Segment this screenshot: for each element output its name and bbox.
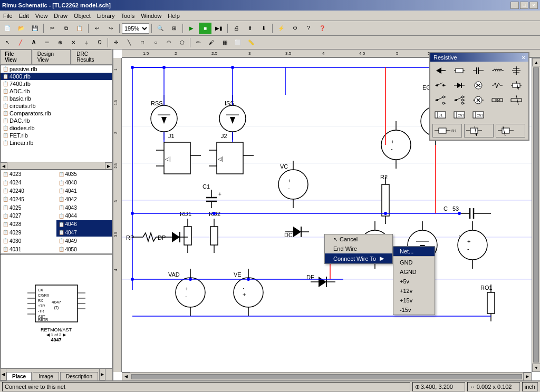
comp-4029[interactable]: 📋 4029 <box>1 229 56 237</box>
tree-item[interactable]: 📋 passive.rlb <box>1 65 112 73</box>
arc-button[interactable]: ◠ <box>162 37 175 48</box>
sub-gnd[interactable]: GND <box>393 258 435 267</box>
zoom-fit-button[interactable]: ⊞ <box>168 23 180 34</box>
comp-4040[interactable]: 📋 4040 <box>56 179 112 187</box>
circle-button[interactable]: ○ <box>149 37 162 48</box>
menu-help[interactable]: Help <box>165 11 183 21</box>
tree-item-4000[interactable]: 📋 4000.rlb <box>1 73 112 80</box>
res-cell-zigzag[interactable] <box>489 79 505 92</box>
comp-4024[interactable]: 📋 4024 <box>1 179 56 187</box>
zoom-in-button[interactable]: 🔍 <box>154 23 167 34</box>
zoom-select[interactable]: 195% 100% 150% 200% <box>122 23 149 34</box>
res-cell-switch[interactable] <box>432 79 448 92</box>
save-button[interactable]: 💾 <box>28 23 41 34</box>
tab-scroll-right[interactable]: ▶ <box>99 368 105 380</box>
cursor-button[interactable]: ✛ <box>110 37 122 48</box>
ctx-cancel[interactable]: ↖ Cancel <box>325 234 392 244</box>
pencil-button[interactable]: ✏ <box>192 37 205 48</box>
power-button[interactable]: ⏚ <box>80 37 93 48</box>
tab-drc-results[interactable]: DRC Results <box>72 50 111 64</box>
tree-item-adc[interactable]: 📋 ADC.rlb <box>1 87 112 95</box>
res-cell-cn1[interactable]: CN1 <box>451 108 467 122</box>
res-cell-cap[interactable] <box>470 64 486 77</box>
menu-draw[interactable]: Draw <box>51 11 71 21</box>
line-button[interactable]: ╲ <box>123 37 136 48</box>
tab-scroll-left[interactable]: ◀ <box>0 368 6 380</box>
restore-button[interactable]: □ <box>520 2 528 9</box>
comp-40245[interactable]: 📋 40245 <box>1 195 56 203</box>
rect-button[interactable]: □ <box>136 37 149 48</box>
new-button[interactable]: 📄 <box>1 23 14 34</box>
resistive-close-button[interactable]: × <box>522 54 525 61</box>
ctx-connect-wire[interactable]: Connect Wire To ▶ <box>325 253 392 263</box>
tree-item-comparators[interactable]: 📋 Comparators.rlb <box>1 110 112 117</box>
sub-agnd[interactable]: AGND <box>393 267 435 277</box>
comp-4027[interactable]: 📋 4027 <box>1 212 56 220</box>
sub-plus5v[interactable]: +5v <box>393 277 435 286</box>
tree-item-dac[interactable]: 📋 DAC.rlb <box>1 117 112 124</box>
scroll-thumb-h[interactable] <box>131 374 522 379</box>
export-button[interactable]: ⬆ <box>244 23 256 34</box>
res-cell-resistor[interactable] <box>451 64 467 77</box>
noconn-button[interactable]: ✕ <box>67 37 80 48</box>
cut-button[interactable]: ✂ <box>46 23 59 34</box>
tree-item-circuits[interactable]: 📋 circuits.rlb <box>1 102 112 110</box>
tab-place[interactable]: Place <box>6 372 32 380</box>
sub-plus15v[interactable]: +15v <box>393 296 435 305</box>
scroll-left-button[interactable]: ◀ <box>122 373 130 381</box>
comp-4046[interactable]: 📋 4046 <box>56 220 112 229</box>
sub-minus15v[interactable]: -15v <box>393 305 435 315</box>
polygon-button[interactable]: ⬠ <box>176 37 188 48</box>
res-cell-diode[interactable] <box>451 79 467 92</box>
comp-4023[interactable]: 📋 4023 <box>1 170 56 179</box>
res-cell-antenna[interactable] <box>508 64 524 77</box>
res-cell-r2[interactable] <box>464 124 494 138</box>
res-cell-cn2[interactable]: CN1 <box>470 108 486 122</box>
menu-view[interactable]: View <box>32 11 51 21</box>
comp-4049[interactable]: 📋 4049 <box>56 237 112 245</box>
res-cell-r1[interactable]: R1 <box>432 124 462 138</box>
comp-4042[interactable]: 📋 4042 <box>56 195 112 203</box>
step-button[interactable]: ▶▮ <box>213 23 225 34</box>
paint-button[interactable]: 🖌 <box>205 37 218 48</box>
menu-file[interactable]: File <box>0 11 16 21</box>
comp-4047[interactable]: 📋 4047 <box>56 229 112 237</box>
open-button[interactable]: 📂 <box>15 23 27 34</box>
text-button[interactable]: A <box>27 37 40 48</box>
import-button[interactable]: ⬇ <box>257 23 270 34</box>
tree-item-linear[interactable]: 📋 Linear.rlb <box>1 139 112 146</box>
comp-40240[interactable]: 📋 40240 <box>1 187 56 195</box>
scroll-thumb-v[interactable] <box>533 67 539 362</box>
tab-file-view[interactable]: File View <box>0 50 32 64</box>
redo-button[interactable]: ↪ <box>104 23 117 34</box>
res-cell-r-var[interactable] <box>508 93 524 107</box>
sub-net[interactable]: Net... <box>393 247 435 256</box>
menu-edit[interactable]: Edit <box>16 11 32 21</box>
comp-4050[interactable]: 📋 4050 <box>56 245 112 253</box>
stop-button[interactable]: ■ <box>199 23 211 34</box>
minimize-button[interactable]: _ <box>510 2 519 9</box>
comp-4025[interactable]: 📋 4025 <box>1 203 56 212</box>
junction-button[interactable]: ⊕ <box>54 37 66 48</box>
bus-button[interactable]: ═ <box>41 37 53 48</box>
comp-4043[interactable]: 📋 4043 <box>56 203 112 212</box>
print-button[interactable]: 🖨 <box>230 23 243 34</box>
wire-draw-button[interactable]: ╱ <box>14 37 27 48</box>
menu-window[interactable]: Window <box>138 11 165 21</box>
res-cell-sw2[interactable] <box>432 93 448 107</box>
ctx-end-wire[interactable]: End Wire <box>325 244 392 253</box>
res-cell-arrow[interactable] <box>432 64 448 77</box>
comp-4041[interactable]: 📋 4041 <box>56 187 112 195</box>
comp-4035[interactable]: 📋 4035 <box>56 170 112 179</box>
run-button[interactable]: ▶ <box>185 23 198 34</box>
comp-4044[interactable]: 📋 4044 <box>56 212 112 220</box>
comp-button[interactable]: Ω <box>93 37 106 48</box>
tree-item-fet[interactable]: 📋 FET.rlb <box>1 132 112 139</box>
tree-item-basic[interactable]: 📋 basic.rlb <box>1 95 112 102</box>
tab-description[interactable]: Description <box>60 372 98 380</box>
res-cell-j1[interactable]: J1 <box>432 108 448 122</box>
close-button[interactable]: × <box>529 2 538 9</box>
wire-button[interactable]: ⚡ <box>275 23 287 34</box>
res-cell-bulb[interactable] <box>470 93 486 107</box>
comp-4030[interactable]: 📋 4030 <box>1 237 56 245</box>
